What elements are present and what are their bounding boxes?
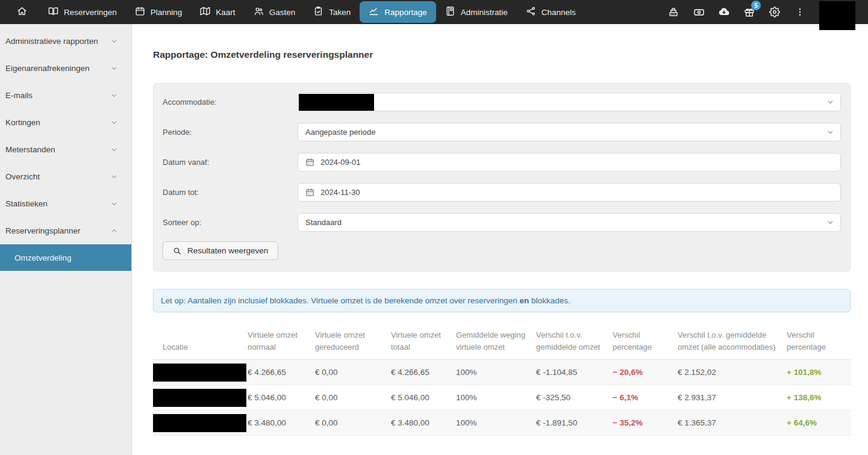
datum-tot-label: Datum tot: <box>163 188 298 197</box>
cell-pct-gem: − 6,1% <box>613 385 678 410</box>
cell-gereduceerd: € 0,00 <box>315 385 391 410</box>
gift-icon[interactable]: 5 <box>739 0 760 24</box>
chevron-down-icon <box>110 173 118 181</box>
users-icon <box>254 6 264 18</box>
table-row: € 3.480,00 € 0,00 € 3.480,00 100% € -1.8… <box>153 410 851 436</box>
chevron-down-icon <box>110 91 118 99</box>
cell-pct-alle: + 138,6% <box>787 385 851 410</box>
datum-vanaf-input[interactable]: 2024-09-01 <box>298 153 841 172</box>
banknote-icon[interactable] <box>688 0 709 24</box>
calendar-icon <box>135 6 145 18</box>
sorteer-select[interactable]: Standaard <box>298 213 841 232</box>
nav-label: Planning <box>151 8 183 17</box>
cell-verschil-alle: € 2.152,02 <box>678 360 787 385</box>
home-nav-button[interactable] <box>14 6 30 19</box>
share-network-icon <box>526 6 536 18</box>
chart-line-icon <box>369 6 379 18</box>
cell-weging: 100% <box>456 360 536 385</box>
nav-item-taken[interactable]: Taken <box>304 0 360 24</box>
sidebar-item-meterstanden[interactable]: Meterstanden <box>0 136 131 163</box>
col-header-verschil-percentage-alle: Verschil percentage <box>787 321 851 360</box>
gift-badge: 5 <box>751 1 761 10</box>
nav-label: Administratie <box>461 8 508 17</box>
periode-select[interactable]: Aangepaste periode <box>298 123 841 141</box>
periode-value: Aangepaste periode <box>305 128 375 137</box>
ledger-icon <box>445 6 455 18</box>
col-header-verschil-percentage: Verschil percentage <box>613 321 678 360</box>
locatie-cell <box>153 385 248 410</box>
sidebar-item-label: Overzicht <box>5 172 40 181</box>
col-header-verschil-tov-alle: Verschil t.o.v. gemiddelde omzet (alle a… <box>678 321 787 360</box>
cell-verschil-alle: € 2.931,37 <box>678 385 787 410</box>
locatie-cell <box>153 360 248 385</box>
nav-item-channels[interactable]: Channels <box>517 0 585 24</box>
kebab-menu-icon[interactable] <box>790 0 810 24</box>
navbar-right-icons: 5 <box>663 0 810 24</box>
col-header-gemiddelde-weging: Gemiddelde weging virtuele omzet <box>456 321 536 360</box>
sidebar-item-administratieve-rapporten[interactable]: Administratieve rapporten <box>0 28 131 55</box>
cell-pct-alle: + 64,6% <box>787 410 851 436</box>
cell-verschil-gem: € -1.891,50 <box>536 410 613 436</box>
filter-panel: Accommodatie: Periode: Aangepaste period… <box>153 83 851 271</box>
sidebar-item-omzetverdeling[interactable]: Omzetverdeling <box>0 244 131 271</box>
nav-label: Reserveringen <box>64 8 117 17</box>
sidebar-item-eigenarenafrekeningen[interactable]: Eigenarenafrekeningen <box>0 55 131 82</box>
cloud-download-icon[interactable] <box>714 0 734 24</box>
nav-item-gasten[interactable]: Gasten <box>245 0 305 24</box>
alert-bold-text: en <box>520 296 529 305</box>
sidebar-item-statistieken[interactable]: Statistieken <box>0 190 131 217</box>
report-sidebar: Administratieve rapporten Eigenarenafrek… <box>0 24 132 455</box>
cell-gereduceerd: € 0,00 <box>315 410 391 436</box>
nav-item-reserveringen[interactable]: Reserveringen <box>39 0 126 24</box>
accommodatie-label: Accommodatie: <box>163 98 298 107</box>
cash-register-icon[interactable] <box>663 0 684 24</box>
cell-verschil-gem: € -325,50 <box>536 385 613 410</box>
sidebar-item-label: Statistieken <box>5 199 48 208</box>
info-alert: Let op: Aantallen zijn inclusief blokkad… <box>153 289 851 312</box>
col-header-virtuele-omzet-normaal: Virtuele omzet normaal <box>248 321 315 360</box>
main-content: Rapportage: Omzetverdeling reserveringsp… <box>132 24 868 455</box>
periode-label: Periode: <box>163 128 298 137</box>
gear-icon[interactable] <box>764 0 785 24</box>
sorteer-value: Standaard <box>305 218 342 227</box>
col-header-virtuele-omzet-gereduceerd: Virtuele omzet gereduceerd <box>315 321 391 360</box>
cell-weging: 100% <box>456 385 536 410</box>
chevron-up-icon <box>110 227 118 235</box>
nav-item-administratie[interactable]: Administratie <box>436 0 517 24</box>
cell-pct-alle: + 101,8% <box>787 360 851 385</box>
redacted-locatie <box>153 414 246 432</box>
cell-verschil-gem: € -1.104,85 <box>536 360 613 385</box>
datum-tot-value: 2024-11-30 <box>320 188 360 197</box>
sidebar-item-label: Administratieve rapporten <box>5 37 98 46</box>
cell-gereduceerd: € 0,00 <box>315 360 391 385</box>
accommodatie-select[interactable] <box>298 93 841 111</box>
sidebar-item-reserveringsplanner[interactable]: Reserveringsplanner <box>0 217 131 244</box>
sidebar-item-label: Eigenarenafrekeningen <box>5 64 90 73</box>
sidebar-item-kortingen[interactable]: Kortingen <box>0 109 131 136</box>
sidebar-item-overzicht[interactable]: Overzicht <box>0 163 131 190</box>
cell-normaal: € 5.046,00 <box>248 385 315 410</box>
search-icon <box>173 247 181 255</box>
nav-item-planning[interactable]: Planning <box>126 0 192 24</box>
chevron-down-icon <box>110 64 118 72</box>
datum-vanaf-value: 2024-09-01 <box>320 158 361 167</box>
col-header-virtuele-omzet-totaal: Virtuele omzet totaal <box>391 321 456 360</box>
cell-normaal: € 4.266,65 <box>248 360 315 385</box>
sidebar-active-label: Omzetverdeling <box>14 253 72 262</box>
sidebar-item-label: E-mails <box>5 91 33 100</box>
col-header-verschil-tov-gemiddelde: Verschil t.o.v. gemiddelde omzet <box>536 321 613 360</box>
sidebar-item-emails[interactable]: E-mails <box>0 82 131 109</box>
page-title: Rapportage: Omzetverdeling reserveringsp… <box>153 49 851 60</box>
nav-item-kaart[interactable]: Kaart <box>191 0 244 24</box>
calendar-icon <box>305 158 314 167</box>
col-header-locatie: Locatie <box>153 321 248 360</box>
omzetverdeling-table: Locatie Virtuele omzet normaal Virtuele … <box>153 321 851 436</box>
resultaten-weergeven-button[interactable]: Resultaten weergeven <box>163 241 278 260</box>
datum-tot-input[interactable]: 2024-11-30 <box>298 183 841 202</box>
nav-item-rapportage[interactable]: Rapportage <box>360 1 436 23</box>
top-navbar: Reserveringen Planning Kaart Gasten Take… <box>0 0 868 24</box>
chevron-down-icon <box>110 37 118 45</box>
nav-label: Taken <box>329 8 351 17</box>
redacted-user-block <box>819 1 855 30</box>
submit-label: Resultaten weergeven <box>187 246 268 255</box>
